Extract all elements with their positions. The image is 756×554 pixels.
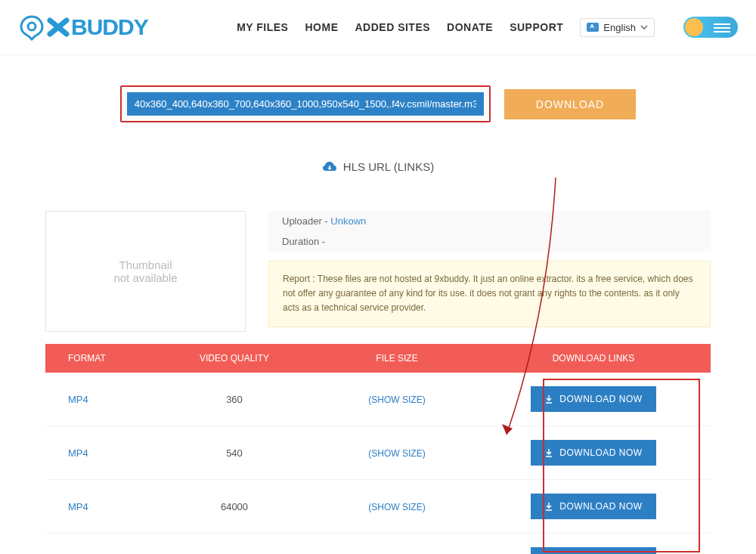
thumbnail-placeholder: Thumbnail not available [45, 211, 246, 332]
download-arrow-icon [544, 395, 553, 404]
format-link[interactable]: MP4 [68, 394, 88, 405]
info-column: Uploader - Unkown Duration - Report : Th… [268, 211, 711, 332]
url-input-box [120, 85, 491, 122]
table-row: M3U8 ORIGINAL (SHOW SIZE) DOWNLOAD NOW [45, 534, 711, 554]
logo-x-icon [47, 16, 70, 39]
nav-home[interactable]: HOME [305, 21, 338, 33]
url-input[interactable] [126, 91, 485, 116]
header-size: FILE SIZE [318, 353, 476, 364]
sun-icon [685, 18, 703, 36]
section-title-text: HLS URL (LINKS) [343, 160, 434, 173]
chevron-down-icon [640, 23, 648, 31]
download-now-button[interactable]: DOWNLOAD NOW [531, 494, 655, 519]
download-now-label: DOWNLOAD NOW [559, 394, 642, 404]
duration-label: Duration - [282, 236, 325, 247]
header: BUDDY MY FILES HOME ADDED SITES DONATE S… [0, 0, 756, 55]
format-link[interactable]: MP4 [68, 447, 88, 459]
uploader-link[interactable]: Unkown [330, 215, 366, 227]
download-arrow-icon [544, 448, 553, 457]
top-nav: MY FILES HOME ADDED SITES DONATE SUPPORT… [237, 17, 738, 38]
thumbnail-text1: Thumbnail [119, 258, 172, 271]
logo[interactable]: BUDDY [18, 14, 148, 41]
download-button[interactable]: DOWNLOAD [504, 89, 636, 119]
main-content: DOWNLOAD HLS URL (LINKS) Thumbnail not a… [0, 55, 756, 554]
download-arrow-icon [544, 502, 553, 511]
duration-line: Duration - [268, 231, 711, 252]
table-body: MP4 360 (SHOW SIZE) DOWNLOAD NOW MP4 540… [45, 373, 711, 554]
table-row: MP4 540 (SHOW SIZE) DOWNLOAD NOW [45, 426, 711, 480]
section-title: HLS URL (LINKS) [45, 160, 711, 173]
nav-my-files[interactable]: MY FILES [237, 21, 288, 33]
nav-added-sites[interactable]: ADDED SITES [355, 21, 430, 33]
language-label: English [603, 22, 636, 33]
uploader-line: Uploader - Unkown [268, 211, 711, 231]
language-select[interactable]: English [580, 18, 655, 37]
show-size-link[interactable]: (SHOW SIZE) [368, 502, 425, 512]
format-link[interactable]: MP4 [68, 501, 88, 512]
theme-toggle[interactable] [683, 17, 738, 38]
table-row: MP4 360 (SHOW SIZE) DOWNLOAD NOW [45, 373, 711, 426]
show-size-link[interactable]: (SHOW SIZE) [368, 395, 425, 405]
report-box: Report : These files are not hosted at 9… [268, 261, 711, 327]
menu-lines-icon [714, 23, 730, 35]
url-row: DOWNLOAD [45, 85, 711, 122]
logo-text: BUDDY [71, 14, 148, 40]
logo-mark-icon [18, 14, 45, 41]
svg-point-0 [28, 23, 36, 30]
download-now-label: DOWNLOAD NOW [559, 501, 642, 512]
uploader-label: Uploader - [282, 215, 330, 227]
cloud-download-icon [322, 161, 337, 173]
thumbnail-text2: not available [113, 271, 177, 284]
download-now-button[interactable]: DOWNLOAD NOW [531, 547, 655, 554]
nav-support[interactable]: SUPPORT [510, 21, 563, 33]
table-row: MP4 64000 (SHOW SIZE) DOWNLOAD NOW [45, 480, 711, 534]
show-size-link[interactable]: (SHOW SIZE) [368, 448, 425, 459]
quality-value: 64000 [151, 501, 318, 512]
header-quality: VIDEO QUALITY [151, 353, 318, 364]
header-links: DOWNLOAD LINKS [476, 353, 711, 364]
table-header: FORMAT VIDEO QUALITY FILE SIZE DOWNLOAD … [45, 344, 711, 373]
translate-icon [587, 23, 599, 32]
quality-value: 540 [151, 447, 318, 459]
download-now-label: DOWNLOAD NOW [559, 447, 642, 458]
download-now-button[interactable]: DOWNLOAD NOW [531, 440, 655, 466]
header-format: FORMAT [45, 353, 151, 364]
download-now-button[interactable]: DOWNLOAD NOW [531, 386, 655, 412]
quality-value: 360 [151, 394, 318, 405]
content-row: Thumbnail not available Uploader - Unkow… [45, 211, 711, 332]
nav-donate[interactable]: DONATE [447, 21, 493, 33]
